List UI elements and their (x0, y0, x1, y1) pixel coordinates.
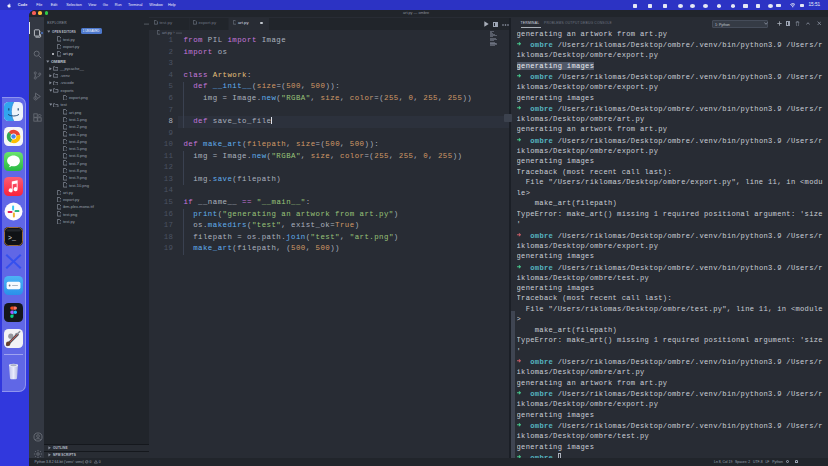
svg-text:>_: >_ (8, 234, 16, 241)
